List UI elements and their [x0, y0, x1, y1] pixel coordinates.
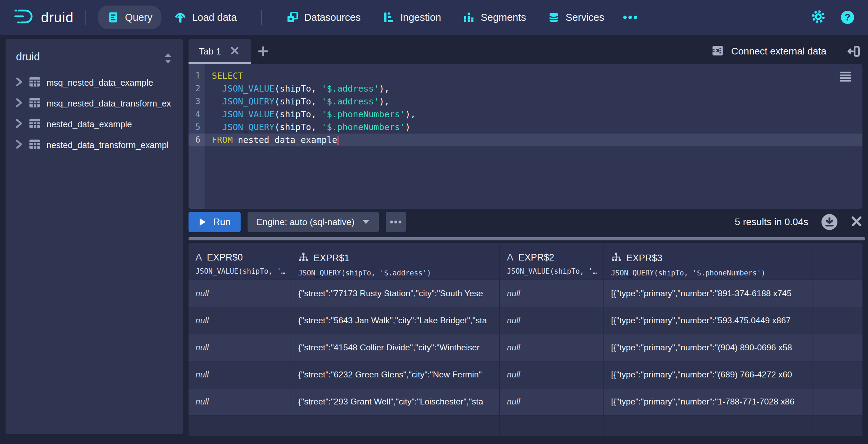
code-token: '$.address'	[322, 84, 379, 94]
line-number: 1	[189, 69, 205, 82]
help-icon[interactable]: ?	[841, 11, 854, 24]
nav-item-services[interactable]: Services	[539, 6, 613, 29]
close-results-icon[interactable]	[851, 215, 862, 229]
table-cell[interactable]: {"street":"293 Grant Well","city":"Loisc…	[291, 388, 500, 416]
tree-item-msq_nested_data_example[interactable]: msq_nested_data_example	[6, 72, 183, 93]
chevron-right-icon[interactable]	[15, 140, 23, 150]
nav-item-ingestion[interactable]: Ingestion	[373, 6, 450, 29]
connect-external-data-button[interactable]: Connect external data	[711, 44, 826, 59]
run-button-label: Run	[213, 217, 231, 228]
results-summary: 5 results in 0.04s	[735, 216, 808, 228]
hide-panel-toggle-icon[interactable]	[846, 44, 860, 58]
nav-item-datasources[interactable]: Datasources	[277, 6, 370, 29]
chevron-right-icon[interactable]	[15, 77, 23, 88]
code-token: (shipTo,	[275, 122, 322, 132]
table-cell[interactable]: [{"type":"primary","number":"1-788-771-7…	[604, 388, 812, 416]
code-token: nested_data_example	[233, 135, 337, 145]
code-token: )	[405, 122, 410, 132]
table-cell-empty	[812, 334, 862, 361]
results-splitter-handle[interactable]	[189, 237, 865, 240]
editor-code-area[interactable]: SELECT JSON_VALUE(shipTo, '$.address'), …	[205, 64, 862, 209]
table-cell-empty	[291, 416, 500, 436]
nav-item-segments[interactable]: Segments	[453, 6, 535, 29]
code-line-4[interactable]: JSON_VALUE(shipTo, '$.phoneNumbers'),	[205, 108, 862, 121]
table-name-label: nested_data_transform_exampl	[47, 140, 169, 150]
table-cell[interactable]: [{"type":"primary","number":"593.475.044…	[604, 307, 812, 334]
query-more-options-button[interactable]	[386, 212, 406, 232]
code-line-3[interactable]: JSON_QUERY(shipTo, '$.address'),	[205, 95, 862, 108]
table-cell[interactable]: [{"type":"primary","number":"(904) 890-0…	[604, 334, 812, 361]
column-header-EXPR$1[interactable]: EXPR$1JSON_QUERY(shipTo, '$.address')	[291, 243, 500, 280]
table-icon	[29, 97, 41, 109]
code-token	[212, 96, 222, 106]
table-cell[interactable]: null	[500, 361, 604, 388]
chevron-right-icon[interactable]	[15, 98, 23, 109]
tab-tab1[interactable]: Tab 1	[189, 39, 251, 64]
double-caret-vertical-icon[interactable]	[163, 52, 173, 67]
code-line-6[interactable]: FROM nested_data_example	[205, 134, 862, 146]
table-cell-empty	[500, 416, 604, 436]
table-cell[interactable]: null	[189, 361, 291, 388]
nav-item-label: Ingestion	[400, 12, 441, 23]
table-cell[interactable]: null	[189, 307, 291, 334]
table-cell[interactable]: null	[500, 334, 604, 361]
code-line-2[interactable]: JSON_VALUE(shipTo, '$.address'),	[205, 82, 862, 95]
nav-item-load-data[interactable]: Load data	[165, 6, 246, 29]
code-token: ),	[405, 109, 416, 119]
schema-title: druid	[16, 51, 40, 63]
code-token	[212, 109, 222, 119]
table-cell[interactable]: null	[189, 280, 291, 307]
tab-close-icon[interactable]	[230, 46, 239, 57]
top-navigation-bar: druid QueryLoad dataDatasourcesIngestion…	[0, 0, 868, 35]
code-token: FROM	[212, 135, 233, 145]
table-cell[interactable]: {"street":"41548 Collier Divide","city":…	[291, 334, 500, 361]
code-token: JSON_QUERY	[222, 122, 275, 132]
table-cell[interactable]: null	[189, 388, 291, 416]
nav-item-more[interactable]	[617, 10, 644, 25]
logo-text: druid	[41, 10, 74, 25]
code-line-1[interactable]: SELECT	[205, 69, 862, 82]
more-icon	[623, 15, 637, 19]
table-cell[interactable]: {"street":"5643 Jan Walk","city":"Lake B…	[291, 307, 500, 334]
tree-item-msq_nested_data_transform_ex[interactable]: msq_nested_data_transform_ex	[6, 93, 183, 114]
table-cell[interactable]: {"street":"6232 Green Glens","city":"New…	[291, 361, 500, 388]
chevron-right-icon[interactable]	[15, 119, 23, 129]
sql-editor[interactable]: 123456 SELECT JSON_VALUE(shipTo, '$.addr…	[189, 64, 862, 209]
add-tab-button[interactable]	[251, 39, 275, 64]
table-cell-empty	[812, 361, 862, 388]
download-results-icon[interactable]	[821, 214, 837, 230]
column-expression: JSON_QUERY(shipTo, '$.phoneNumbers')	[611, 269, 806, 277]
table-cell[interactable]: {"street":"77173 Rusty Station","city":"…	[291, 280, 500, 307]
tree-item-nested_data_transform_exampl[interactable]: nested_data_transform_exampl	[6, 135, 183, 155]
column-header-EXPR$3[interactable]: EXPR$3JSON_QUERY(shipTo, '$.phoneNumbers…	[604, 243, 812, 280]
table-cell[interactable]: null	[500, 307, 604, 334]
column-header-EXPR$0[interactable]: AEXPR$0JSON_VALUE(shipTo, '…	[189, 243, 291, 280]
code-token	[212, 122, 222, 132]
table-cell[interactable]: null	[500, 280, 604, 307]
services-icon	[548, 11, 560, 24]
table-row: null{"street":"5643 Jan Walk","city":"La…	[189, 307, 862, 334]
table-cell[interactable]: null	[189, 334, 291, 361]
nav-item-query[interactable]: Query	[98, 6, 161, 29]
druid-logo[interactable]: druid	[13, 8, 74, 27]
code-token: JSON_VALUE	[222, 84, 275, 94]
code-token: JSON_QUERY	[222, 96, 275, 106]
code-token: SELECT	[212, 71, 243, 81]
topbar-divider	[85, 10, 86, 25]
table-cell[interactable]: [{"type":"primary","number":"891-374-618…	[604, 280, 812, 307]
engine-select-dropdown[interactable]: Engine: auto (sql-native)	[248, 212, 379, 232]
editor-menu-icon[interactable]	[839, 71, 852, 84]
run-button[interactable]: Run	[189, 212, 241, 232]
code-token: (shipTo,	[275, 84, 322, 94]
table-cell[interactable]: null	[500, 388, 604, 416]
settings-gear-icon[interactable]	[811, 9, 826, 25]
table-cell[interactable]: [{"type":"primary","number":"(689) 766-4…	[604, 361, 812, 388]
tree-item-nested_data_example[interactable]: nested_data_example	[6, 114, 183, 135]
code-line-5[interactable]: JSON_QUERY(shipTo, '$.phoneNumbers')	[205, 121, 862, 134]
table-row: null{"street":"41548 Collier Divide","ci…	[189, 334, 862, 361]
run-toolbar: Run Engine: auto (sql-native) 5 results …	[189, 212, 862, 232]
code-token: ),	[379, 96, 390, 106]
column-expression: JSON_VALUE(shipTo, '…	[195, 267, 285, 275]
string-type-icon: A	[507, 252, 514, 263]
column-header-EXPR$2[interactable]: AEXPR$2JSON_VALUE(shipTo, '…	[500, 243, 604, 280]
